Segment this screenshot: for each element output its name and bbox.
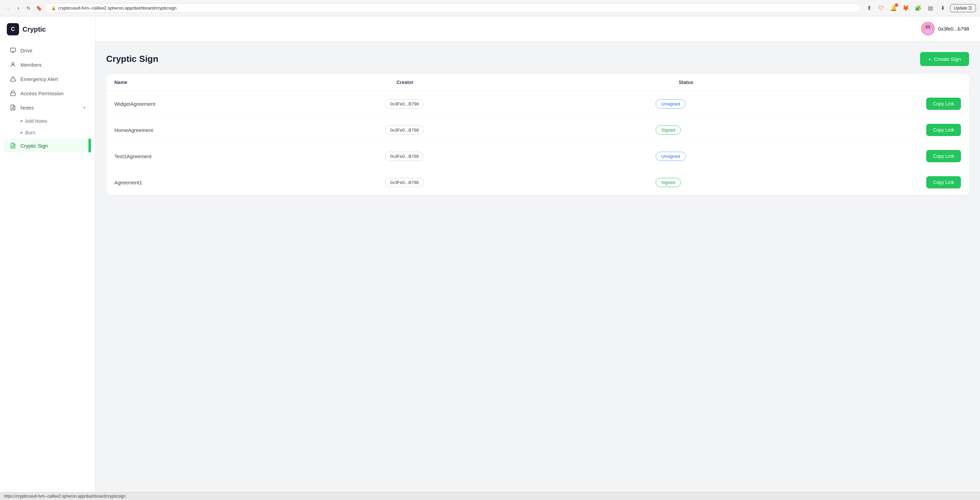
row-2-actions: Copy Link [926, 124, 961, 136]
table-row: HomeAgreement 0x3Fe0...B798 Signed Copy … [106, 117, 969, 143]
row-1-creator: 0x3Fe0...B798 [385, 99, 655, 108]
row-3-actions: Copy Link [926, 150, 961, 162]
row-3-creator: 0x3Fe0...B798 [385, 152, 655, 161]
extensions-icon[interactable]: 🧩 [913, 3, 923, 13]
row-4-creator: 0x3Fe0...B798 [385, 178, 655, 187]
back-button[interactable]: ‹ [4, 4, 12, 12]
main-content: 0x3fe0...b798 Cryptic Sign + Create Sign… [95, 16, 980, 492]
status-badge: Unsigned [655, 99, 686, 108]
svg-rect-0 [11, 48, 16, 52]
row-1-status: Unsigned [655, 99, 926, 108]
sidebar-nav: Drive Members Emergency Alert Access Per… [0, 44, 95, 152]
row-1-actions: Copy Link [926, 98, 961, 110]
update-label: Update [954, 6, 967, 11]
col-header-status: Status [679, 79, 961, 85]
address-bar[interactable]: 🔒 crypticvault-fvm--ca8ee2.spheron.app/d… [45, 3, 861, 13]
status-badge: Signed [655, 125, 681, 135]
page-title: Cryptic Sign [106, 54, 158, 64]
row-4-status: Signed [655, 178, 926, 187]
drive-icon [10, 47, 16, 54]
sidebar-item-emergency-alert[interactable]: Emergency Alert [4, 72, 91, 86]
logo-icon: C [7, 23, 19, 35]
update-button[interactable]: Update ☰ [950, 4, 976, 12]
burn-label: Burn [25, 130, 35, 135]
brave-shield-icon[interactable]: 🛡 [877, 3, 886, 13]
row-1-name: WidgetAgreement [115, 101, 385, 107]
status-badge: Signed [655, 178, 681, 187]
creator-badge: 0x3Fe0...B798 [385, 152, 424, 161]
row-2-name: HomeAgreement [115, 127, 385, 133]
create-sign-label: Create Sign [934, 56, 961, 62]
sidebar-item-emergency-alert-label: Emergency Alert [21, 76, 58, 82]
svg-rect-4 [11, 93, 15, 95]
row-3-name: Test1Agreement [115, 153, 385, 159]
table-row: WidgetAgreement 0x3Fe0...B798 Unsigned C… [106, 91, 969, 117]
logo-text: Cryptic [22, 25, 46, 33]
sidebar-item-access-permission[interactable]: Access Permission [4, 86, 91, 100]
sidebar-item-cryptic-sign-label: Cryptic Sign [21, 143, 48, 149]
col-header-name: Name [115, 79, 396, 85]
share-button[interactable]: ⬆ [864, 3, 874, 13]
table-header: Name Creator Status [106, 74, 969, 91]
notification-icon[interactable]: 🔔 ! [889, 3, 898, 13]
svg-point-12 [924, 29, 932, 34]
svg-point-14 [929, 26, 930, 27]
notes-sub-items: Add Notes Burn [15, 116, 91, 138]
lock-icon: 🔒 [51, 6, 56, 11]
downloads-icon[interactable]: ⬇ [938, 3, 947, 13]
creator-badge: 0x3Fe0...B798 [385, 125, 424, 135]
sidebar-item-cryptic-sign[interactable]: Cryptic Sign [4, 139, 91, 152]
creator-badge: 0x3Fe0...B798 [385, 99, 424, 108]
status-url: https://crypticvault-fvm--ca8ee2.spheron… [4, 494, 126, 498]
copy-link-button-2[interactable]: Copy Link [926, 124, 961, 136]
browser-actions: ⬆ 🛡 🔔 ! 🦊 🧩 ▤ ⬇ Update ☰ [864, 3, 976, 13]
row-4-name: Agreement1 [115, 179, 385, 186]
row-2-status: Signed [655, 125, 926, 135]
creator-badge: 0x3Fe0...B798 [385, 178, 424, 187]
metamask-icon[interactable]: 🦊 [901, 3, 910, 13]
sidebar-item-drive-label: Drive [21, 48, 32, 53]
sidebar-item-notes-label: Notes [21, 105, 34, 111]
copy-link-button-3[interactable]: Copy Link [926, 150, 961, 162]
page-body: Cryptic Sign + Create Sign Name Creator … [95, 41, 980, 492]
sidebar-item-access-permission-label: Access Permission [21, 90, 64, 96]
sidebar-toggle[interactable]: ▤ [926, 3, 935, 13]
bookmark-button[interactable]: 🔖 [36, 5, 42, 11]
sub-dot-icon [21, 120, 22, 122]
sidebar: C Cryptic Drive Members Emergency Ale [0, 16, 95, 492]
reload-button[interactable]: ↻ [24, 4, 33, 12]
sidebar-item-burn[interactable]: Burn [15, 127, 91, 138]
active-indicator [89, 139, 90, 152]
forward-button[interactable]: › [14, 4, 22, 12]
app-container: C Cryptic Drive Members Emergency Ale [0, 16, 980, 492]
sidebar-item-members[interactable]: Members [4, 58, 91, 71]
create-sign-button[interactable]: + Create Sign [920, 52, 969, 66]
table-row: Agreement1 0x3Fe0...B798 Signed Copy Lin… [106, 169, 969, 195]
sub-dot-icon [21, 132, 22, 134]
add-notes-label: Add Notes [25, 118, 47, 124]
page-header: Cryptic Sign + Create Sign [106, 52, 969, 66]
browser-nav-buttons: ‹ › ↻ [4, 4, 33, 12]
svg-point-13 [926, 26, 928, 27]
copy-link-button-1[interactable]: Copy Link [926, 98, 961, 110]
svg-point-1 [12, 63, 14, 65]
sidebar-item-members-label: Members [21, 62, 42, 68]
avatar [921, 22, 935, 35]
copy-link-button-4[interactable]: Copy Link [926, 176, 961, 189]
emergency-alert-icon [10, 76, 16, 82]
sidebar-item-add-notes[interactable]: Add Notes [15, 116, 91, 127]
url-text: crypticvault-fvm--ca8ee2.spheron.app/das… [58, 5, 855, 11]
table-row: Test1Agreement 0x3Fe0...B798 Unsigned Co… [106, 143, 969, 169]
hamburger-icon: ☰ [969, 6, 972, 11]
sidebar-item-drive[interactable]: Drive [4, 44, 91, 57]
row-3-status: Unsigned [655, 152, 926, 161]
cryptic-sign-icon [10, 142, 16, 149]
top-bar: 0x3fe0...b798 [95, 16, 980, 41]
user-info: 0x3fe0...b798 [921, 22, 969, 35]
access-permission-icon [10, 90, 16, 97]
browser-bar: ‹ › ↻ 🔖 🔒 crypticvault-fvm--ca8ee2.spher… [0, 0, 980, 16]
user-address: 0x3fe0...b798 [938, 26, 969, 32]
sidebar-item-notes[interactable]: Notes ▾ [4, 101, 91, 114]
table-container: Name Creator Status WidgetAgreement 0x3F… [106, 74, 969, 195]
notes-icon [10, 104, 16, 111]
